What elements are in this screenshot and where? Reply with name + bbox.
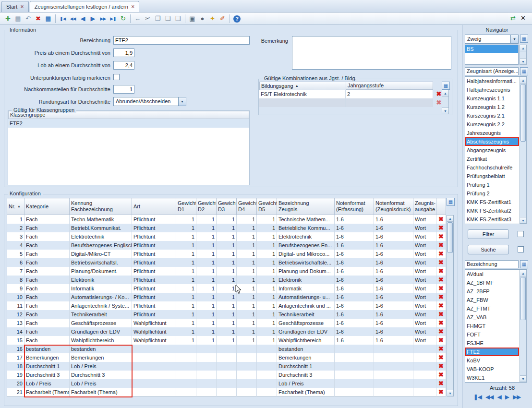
- nr-cell[interactable]: 16: [7, 345, 24, 353]
- table-row[interactable]: 4 Fach Berufsbezogenes Englisch Pflichtu…: [7, 241, 446, 250]
- gewicht-d3-cell[interactable]: [217, 345, 237, 353]
- zeugnisart-scrollbar[interactable]: [520, 77, 527, 224]
- jahrgangsstufe-cell[interactable]: [346, 98, 433, 107]
- list-item[interactable]: VAB-KOOP: [465, 365, 519, 373]
- list-item[interactable]: Halbjahreszeugnis: [465, 85, 519, 94]
- kennung-cell[interactable]: Lob / Preis: [70, 379, 132, 388]
- kennung-cell[interactable]: Technikerarbeit: [70, 310, 132, 319]
- rundungsart-select[interactable]: Abrunden/Abschneiden: [113, 97, 186, 106]
- kennung-cell[interactable]: Wahlpflichtbereich: [70, 336, 132, 345]
- filter-checkbox[interactable]: [518, 231, 524, 237]
- notenformat-erfassung-cell[interactable]: 1-6: [335, 327, 374, 336]
- bildungsgang-cell[interactable]: [259, 98, 346, 107]
- kategorie-cell[interactable]: Fach: [24, 241, 70, 250]
- gewicht-d5-cell[interactable]: [257, 345, 277, 353]
- clean-icon[interactable]: ✐: [218, 14, 228, 24]
- delete-row-icon[interactable]: [437, 276, 445, 284]
- scroll-down-icon[interactable]: [520, 375, 526, 382]
- kategorie-cell[interactable]: Fach: [24, 310, 70, 319]
- konfiguration-scrollbar[interactable]: [447, 215, 454, 396]
- gewicht-d2-cell[interactable]: [196, 353, 217, 362]
- bezeichnung-zeugnis-cell[interactable]: Planung und Dokum...: [277, 267, 335, 276]
- gewicht-d3-cell[interactable]: 1: [217, 310, 237, 319]
- refresh-icon[interactable]: ↻: [118, 14, 128, 24]
- list-item[interactable]: W3KE1: [465, 373, 519, 382]
- kennung-cell[interactable]: Geschäftsprozesse: [70, 319, 132, 327]
- gewicht-d1-cell[interactable]: 1: [176, 327, 196, 336]
- kategorie-cell[interactable]: Fach: [24, 250, 70, 258]
- bezeichnung-zeugnis-cell[interactable]: bestanden: [277, 345, 335, 353]
- list-item[interactable]: Kurszeugnis 2.1: [465, 111, 519, 120]
- kategorie-cell[interactable]: bestanden: [24, 345, 70, 353]
- table-row[interactable]: 14 Fach Grundlagen der EDV Wahlpflichtun…: [7, 327, 446, 336]
- gewicht-d5-cell[interactable]: 1: [257, 241, 277, 250]
- bezeichnung-zeugnis-cell[interactable]: Informatik: [277, 284, 335, 293]
- scroll-down-icon[interactable]: [447, 390, 453, 396]
- zweig-select[interactable]: Zweig: [465, 35, 519, 44]
- gewicht-d3-cell[interactable]: [217, 388, 237, 397]
- gewicht-d1-cell[interactable]: [176, 371, 196, 379]
- gewicht-d4-cell[interactable]: 1: [237, 319, 257, 327]
- zeugnisausgabe-cell[interactable]: Wort: [413, 215, 436, 224]
- key-icon[interactable]: ✦: [207, 14, 218, 24]
- kennung-cell[interactable]: Elektrotechnik: [70, 232, 132, 241]
- gewicht-d4-cell[interactable]: 1: [237, 276, 257, 284]
- notenformat-erfassung-cell[interactable]: [335, 353, 374, 362]
- table-row[interactable]: 1 Fach Techn.Mathematik Pflichtunt 1 1 1…: [7, 215, 446, 224]
- zeugnisausgabe-cell[interactable]: Wort: [413, 267, 436, 276]
- table-row[interactable]: 6 Fach Betriebswirtschaftsl. Pflichtunt …: [7, 258, 446, 267]
- delete-row-icon[interactable]: [437, 259, 445, 266]
- tab-zeugniseinstellungen[interactable]: Zeugniseinstellungen festlegen / ändern …: [30, 1, 140, 12]
- list-item[interactable]: AZ_2BFP: [465, 287, 519, 296]
- bezeichnung-zeugnis-cell[interactable]: Technische Mathem...: [277, 215, 335, 224]
- table-row[interactable]: 10 Fach Automatisierungs- / Ko... Pflich…: [7, 293, 446, 301]
- gewicht-d2-cell[interactable]: 1: [196, 293, 217, 301]
- list-item[interactable]: AVdual: [465, 270, 519, 278]
- list-item[interactable]: Prüfungsbeiblatt: [465, 172, 519, 180]
- chevron-down-icon[interactable]: [178, 97, 186, 106]
- nr-cell[interactable]: 6: [7, 258, 24, 267]
- scroll-thumb[interactable]: [520, 84, 526, 142]
- nr-cell[interactable]: 7: [7, 267, 24, 276]
- gewicht-d1-cell[interactable]: 1: [176, 241, 196, 250]
- gewicht-d4-cell[interactable]: 1: [237, 250, 257, 258]
- art-cell[interactable]: Wahlpflichtunt: [132, 319, 176, 327]
- zeugnisausgabe-cell[interactable]: Wort: [413, 301, 436, 310]
- delete-row-icon[interactable]: [437, 241, 445, 249]
- art-cell[interactable]: Pflichtunt: [132, 276, 176, 284]
- table-row[interactable]: 16 bestanden bestanden bestanden: [7, 345, 446, 353]
- table-row[interactable]: 7 Fach Planung/Dokument. Pflichtunt 1 1 …: [7, 267, 446, 276]
- list-item[interactable]: BS: [465, 45, 518, 53]
- kategorie-cell[interactable]: Fach: [24, 224, 70, 232]
- col-header-notenformat-erfassung[interactable]: Notenformat(Erfassung): [335, 198, 374, 215]
- nav-prev-icon[interactable]: ◀: [78, 14, 88, 24]
- pager-next-icon[interactable]: ▶: [505, 394, 509, 400]
- gewicht-d4-cell[interactable]: 1: [237, 327, 257, 336]
- delete-row-icon[interactable]: [437, 380, 445, 387]
- gewicht-d1-cell[interactable]: 1: [176, 319, 196, 327]
- gewicht-d2-cell[interactable]: 1: [196, 310, 217, 319]
- table-row[interactable]: 9 Fach Informatik Pflichtunt 1 1 1 1 1 I…: [7, 284, 446, 293]
- delete-row-icon[interactable]: [437, 293, 445, 301]
- bezeichnung-zeugnis-cell[interactable]: Automatisierungs- u...: [277, 293, 335, 301]
- zeugnisausgabe-cell[interactable]: Wort: [413, 293, 436, 301]
- gewicht-d4-cell[interactable]: [237, 388, 257, 397]
- kategorie-cell[interactable]: Fach: [24, 215, 70, 224]
- zeugnisausgabe-cell[interactable]: Wort: [413, 336, 436, 345]
- notenformat-druck-cell[interactable]: 1-6: [374, 224, 413, 232]
- gewicht-d2-cell[interactable]: 1: [196, 224, 217, 232]
- gewicht-d1-cell[interactable]: 1: [176, 301, 196, 310]
- notenformat-erfassung-cell[interactable]: 1-6: [335, 301, 374, 310]
- scroll-down-icon[interactable]: [520, 58, 526, 64]
- nr-cell[interactable]: 12: [7, 310, 24, 319]
- kategorie-cell[interactable]: Fach: [24, 336, 70, 345]
- nr-cell[interactable]: 15: [7, 336, 24, 345]
- gewicht-d3-cell[interactable]: 1: [217, 267, 237, 276]
- delete-row-icon[interactable]: [437, 388, 445, 396]
- list-item[interactable]: AZ_FBW: [465, 296, 519, 304]
- notenformat-erfassung-cell[interactable]: [335, 345, 374, 353]
- col-header-kennung[interactable]: KennungFachbezeichnung: [70, 198, 132, 215]
- kennung-cell[interactable]: Betriebl.Kommunikat.: [70, 224, 132, 232]
- notenformat-erfassung-cell[interactable]: [335, 362, 374, 371]
- gewicht-d1-cell[interactable]: 1: [176, 215, 196, 224]
